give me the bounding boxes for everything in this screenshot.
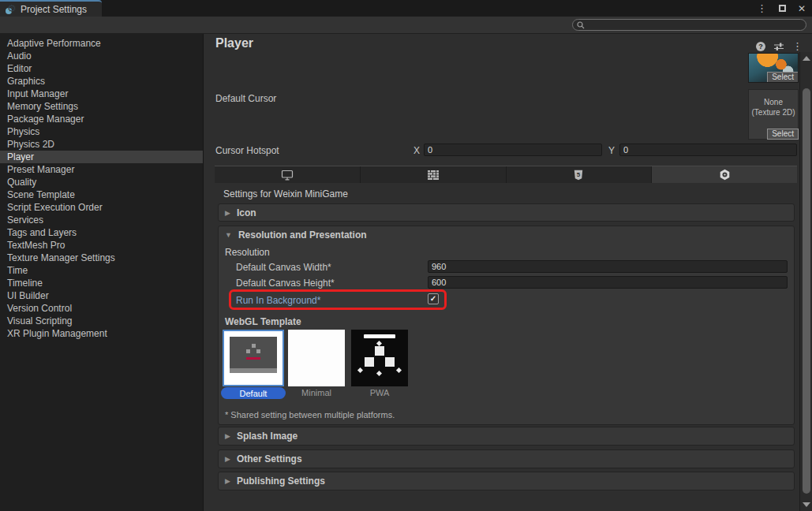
window-menu-icon[interactable]: ⋮ <box>757 2 767 14</box>
none-slot-line2: (Texture 2D) <box>749 107 798 117</box>
section-publishing-settings[interactable]: ▶ Publishing Settings <box>218 472 795 490</box>
window-titlebar: ⚙ Project Settings ⋮ ✕ <box>0 0 812 17</box>
section-icon[interactable]: ▶ Icon <box>218 203 795 222</box>
hexagon-badge-icon <box>719 169 731 181</box>
hotspot-x-label: X <box>413 145 420 156</box>
template-card-pwa[interactable] <box>351 330 408 386</box>
more-icon[interactable]: ⋮ <box>792 40 803 52</box>
sidebar-item-audio[interactable]: Audio <box>0 50 203 62</box>
sidebar-item-visual-scripting[interactable]: Visual Scripting <box>0 315 203 327</box>
canvas-height-label: Default Canvas Height* <box>236 278 335 289</box>
collapsed-arrow-icon: ▶ <box>225 455 230 463</box>
default-cursor-texture-preview[interactable]: Select <box>748 53 799 83</box>
sidebar-item-editor[interactable]: Editor <box>0 62 203 75</box>
settings-category-sidebar: Adaptive Performance Audio Editor Graphi… <box>0 34 204 511</box>
settings-toolbar <box>0 17 812 34</box>
hotspot-y-label: Y <box>608 145 615 156</box>
vertical-scrollbar[interactable] <box>799 52 812 511</box>
template-card-minimal[interactable] <box>288 330 345 386</box>
sidebar-item-package-manager[interactable]: Package Manager <box>0 113 203 125</box>
sidebar-item-xr-plugin-management[interactable]: XR Plugin Management <box>0 327 203 340</box>
search-icon <box>577 21 585 29</box>
template-default-preview <box>230 337 277 373</box>
window-title: Project Settings <box>21 4 87 15</box>
template-option-minimal[interactable]: Minimal <box>288 388 345 397</box>
resolution-subheader: Resolution <box>225 247 270 258</box>
publishing-section-label: Publishing Settings <box>237 476 325 487</box>
sidebar-item-input-manager[interactable]: Input Manager <box>0 88 203 100</box>
cursor-hotspot-label: Cursor Hotspot <box>215 145 279 156</box>
sidebar-item-quality[interactable]: Quality <box>0 176 203 188</box>
html5-shield-icon: 5 <box>574 170 583 181</box>
sidebar-item-time[interactable]: Time <box>0 264 203 277</box>
section-icon-label: Icon <box>237 207 256 218</box>
collapsed-arrow-icon: ▶ <box>225 209 230 217</box>
project-settings-gear-icon: ⚙ <box>6 4 17 15</box>
template-option-default[interactable]: Default <box>221 387 286 399</box>
platform-tab-weixin-minigame[interactable] <box>652 166 797 183</box>
sidebar-item-ui-builder[interactable]: UI Builder <box>0 289 203 302</box>
platform-tab-webgl[interactable]: 5 <box>507 166 653 183</box>
sidebar-item-scene-template[interactable]: Scene Template <box>0 188 203 201</box>
platform-tab-bar: 5 <box>215 166 797 183</box>
template-card-default[interactable] <box>223 330 284 386</box>
svg-text:5: 5 <box>577 171 581 178</box>
sidebar-item-player[interactable]: Player <box>0 151 203 163</box>
checkmark-icon: ✓ <box>430 294 436 304</box>
canvas-height-input[interactable] <box>428 276 788 289</box>
other-section-label: Other Settings <box>237 453 302 464</box>
player-settings-panel: Player ? ⋮ Select None (Texture 2D) Sele… <box>204 34 812 511</box>
cursor-texture-select-button[interactable]: Select <box>767 72 799 83</box>
none-slot-select-button[interactable]: Select <box>767 129 799 140</box>
webgl-template-label: WebGL Template <box>225 316 301 327</box>
sidebar-item-tags-and-layers[interactable]: Tags and Layers <box>0 226 203 239</box>
section-splash-image[interactable]: ▶ Splash Image <box>218 427 795 446</box>
template-option-pwa[interactable]: PWA <box>351 388 408 397</box>
canvas-width-input[interactable] <box>428 260 788 273</box>
window-tab-project-settings[interactable]: ⚙ Project Settings <box>0 0 102 17</box>
none-slot-line1: None <box>749 97 798 107</box>
sidebar-item-services[interactable]: Services <box>0 214 203 226</box>
sidebar-item-timeline[interactable]: Timeline <box>0 277 203 289</box>
collapsed-arrow-icon: ▶ <box>225 477 230 485</box>
canvas-width-label: Default Canvas Width* <box>236 262 331 273</box>
collapsed-arrow-icon: ▶ <box>225 432 230 440</box>
section-resolution-and-presentation: ▼ Resolution and Presentation Resolution… <box>218 226 795 425</box>
scroll-up-icon[interactable] <box>803 56 810 61</box>
resolution-section-header[interactable]: ▼ Resolution and Presentation <box>219 226 794 244</box>
cursor-texture-none-slot[interactable]: None (Texture 2D) Select <box>748 89 799 140</box>
pwa-topbar <box>364 334 395 338</box>
search-input[interactable] <box>588 21 802 30</box>
sidebar-item-adaptive-performance[interactable]: Adaptive Performance <box>0 37 203 50</box>
scroll-down-icon[interactable] <box>803 502 810 507</box>
sidebar-item-version-control[interactable]: Version Control <box>0 302 203 315</box>
settings-for-platform-label: Settings for Weixin MiniGame <box>223 188 348 200</box>
scrollbar-thumb[interactable] <box>803 88 810 494</box>
default-cursor-label: Default Cursor <box>215 93 276 104</box>
page-title: Player <box>215 36 253 50</box>
help-icon[interactable]: ? <box>756 42 765 51</box>
search-field[interactable] <box>572 19 806 31</box>
sidebar-item-script-execution-order[interactable]: Script Execution Order <box>0 201 203 214</box>
sidebar-item-physics[interactable]: Physics <box>0 125 203 138</box>
expanded-arrow-icon: ▼ <box>225 231 232 239</box>
platform-tab-desktop[interactable] <box>215 166 361 183</box>
sidebar-item-memory-settings[interactable]: Memory Settings <box>0 100 203 113</box>
window-close-icon[interactable]: ✕ <box>798 3 806 14</box>
splash-section-label: Splash Image <box>237 431 297 442</box>
sidebar-item-graphics[interactable]: Graphics <box>0 75 203 88</box>
sidebar-item-textmesh-pro[interactable]: TextMesh Pro <box>0 239 203 252</box>
sidebar-item-physics-2d[interactable]: Physics 2D <box>0 138 203 151</box>
sidebar-item-preset-manager[interactable]: Preset Manager <box>0 163 203 176</box>
section-other-settings[interactable]: ▶ Other Settings <box>218 449 795 468</box>
hotspot-x-input[interactable] <box>424 144 602 156</box>
resolution-section-label: Resolution and Presentation <box>238 229 367 241</box>
run-in-background-checkbox[interactable]: ✓ <box>428 293 439 304</box>
run-in-background-label: Run In Background* <box>236 295 320 306</box>
shared-setting-note: * Shared setting between multiple platfo… <box>225 410 395 420</box>
platform-tab-dedicated-server[interactable] <box>361 166 507 183</box>
hotspot-y-input[interactable] <box>619 144 797 156</box>
window-maximize-icon[interactable] <box>779 5 786 12</box>
presets-icon[interactable] <box>773 42 784 51</box>
sidebar-item-texture-manager-settings[interactable]: Texture Manager Settings <box>0 252 203 264</box>
